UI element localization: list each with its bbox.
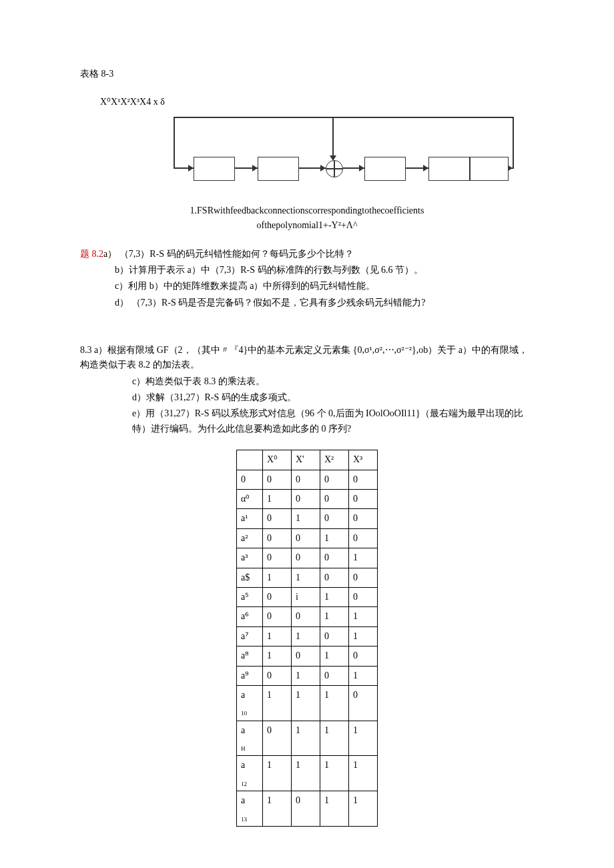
table-cell: 0 [320,626,349,646]
polynomial-line: X⁰X¹X²X³X4 x δ [80,95,534,109]
table-cell: 0 [292,607,320,626]
caption-line-2: ofthepolynomial1+-Y²+Λ^ [256,220,357,230]
table-cell: 0 [349,470,378,489]
table-cell: 1 [292,685,320,721]
register-box [194,157,235,181]
table-cell: 0 [320,568,349,587]
table-cell: 0 [320,470,349,489]
table-cell: 1 [263,685,292,721]
table-cell: 1 [320,587,349,606]
table-cell: 0 [320,548,349,568]
table-cell: 1 [292,721,320,756]
table-cell: 1 [349,607,378,626]
table-cell: 0 [263,548,292,568]
table-cell: 1 [320,607,349,626]
table-cell: 1 [292,568,320,587]
table-row-header: a⁷ [237,626,263,646]
table-row-header: a12 [237,756,263,791]
table-cell: 0 [292,528,320,548]
table-cell: 1 [320,721,349,756]
table-row-header: a$ [237,568,263,587]
table-row-header: a⁸ [237,646,263,666]
table-cell: 1 [349,666,378,685]
table-cell: 1 [263,490,292,509]
question-8-2-a: a） （7,3）R-S 码的码元纠错性能如何？每码元多少个比特？ [103,249,354,259]
table-cell: 0 [263,587,292,606]
table-cell: 0 [263,470,292,489]
gf-element-table: X⁰X'X²X³00000α⁰1000a¹0100a²0010a³0001a$1… [236,450,378,827]
table-cell: 0 [320,490,349,509]
lfsr-diagram [174,117,514,197]
table-cell: 1 [349,756,378,791]
table-row-header: aH [237,721,263,756]
table-row-header: a³ [237,548,263,568]
caption-line-1: 1.FSRwithfeedbackconnectionscorrespondin… [190,205,424,215]
table-cell: 0 [292,548,320,568]
table-cell: 0 [349,490,378,509]
question-8-2-b: b）计算用于表示 a）中（7,3）R-S 码的标准阵的行数与列数（见 6.6 节… [80,263,534,278]
question-8-3-c: c）构造类似于表 8.3 的乘法表。 [80,374,534,389]
table-cell: 0 [349,509,378,528]
table-cell: 0 [349,568,378,587]
table-row-header: a13 [237,791,263,827]
table-cell: 1 [292,509,320,528]
table-cell: 1 [320,791,349,827]
table-header-cell: X' [292,450,320,470]
table-row-header: 0 [237,470,263,489]
question-8-3-d: d）求解（31,27）R-S 码的生成多项式。 [80,390,534,405]
table-label: 表格 8-3 [80,67,534,81]
table-cell: 1 [263,646,292,666]
table-cell: 0 [349,587,378,606]
register-box [364,157,406,181]
table-header-cell: X⁰ [263,450,292,470]
table-header-cell: X³ [349,450,378,470]
question-8-2-d: d） （7,3）R-S 码是否是完备码？假如不是，它具有多少残余码元纠错能力? [80,296,534,310]
table-cell: 1 [320,646,349,666]
table-cell: 1 [263,756,292,791]
table-cell: 1 [292,756,320,791]
question-8-3-e: e）用（31,27）R-S 码以系统形式对信息（96 个 0,后面为 IOolO… [80,406,534,436]
table-cell: i [292,587,320,606]
question-8-2-head: 题 8.2 [80,249,103,259]
table-cell: 1 [292,666,320,685]
table-cell: 1 [320,756,349,791]
table-cell: 0 [320,509,349,528]
table-cell: 1 [263,568,292,587]
table-cell: 0 [292,791,320,827]
register-box [470,157,509,181]
figure-caption: 1.FSRwithfeedbackconnectionscorrespondin… [80,203,534,234]
table-cell: 0 [349,685,378,721]
table-row-header: a¹ [237,509,263,528]
table-cell: 0 [263,721,292,756]
table-row-header: a⁵ [237,587,263,606]
table-cell: 1 [349,721,378,756]
table-row-header: a10 [237,685,263,721]
table-cell: 1 [263,791,292,827]
table-cell: 0 [292,646,320,666]
table-cell: 0 [263,509,292,528]
table-cell: 0 [292,470,320,489]
table-header-cell [237,450,263,470]
table-cell: 1 [349,626,378,646]
table-cell: 0 [263,666,292,685]
table-row-header: a² [237,528,263,548]
table-row-header: a⁶ [237,607,263,626]
xor-node [326,160,343,177]
table-cell: 1 [263,626,292,646]
table-cell: 0 [292,490,320,509]
table-cell: 0 [263,607,292,626]
table-cell: 1 [349,791,378,827]
table-cell: 0 [349,528,378,548]
table-cell: 1 [320,528,349,548]
question-8-2-c: c）利用 b）中的矩阵维数来提高 a）中所得到的码元纠错性能。 [80,279,534,294]
table-row-header: α⁰ [237,490,263,509]
table-header-cell: X² [320,450,349,470]
table-cell: 0 [349,646,378,666]
table-cell: 0 [263,528,292,548]
table-cell: 0 [320,666,349,685]
register-box [428,157,470,181]
table-cell: 1 [349,548,378,568]
table-cell: 1 [320,685,349,721]
table-row-header: a⁹ [237,666,263,685]
question-8-3-a: 8.3 a）根据有限域 GF（2，（其中〃『4}中的基本元素定义元素集 {0,σ… [80,343,534,373]
